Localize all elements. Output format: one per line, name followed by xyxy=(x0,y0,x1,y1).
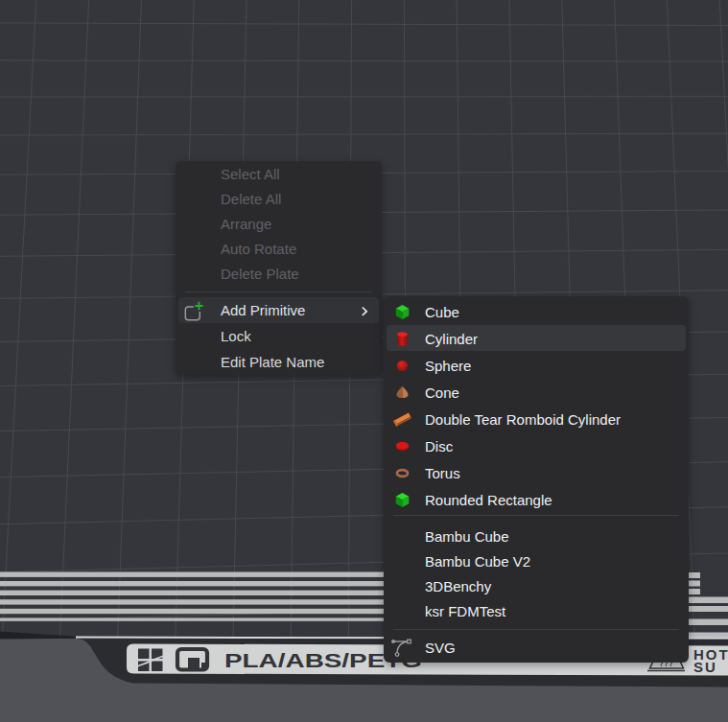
svg-text:SU: SU xyxy=(693,659,717,675)
